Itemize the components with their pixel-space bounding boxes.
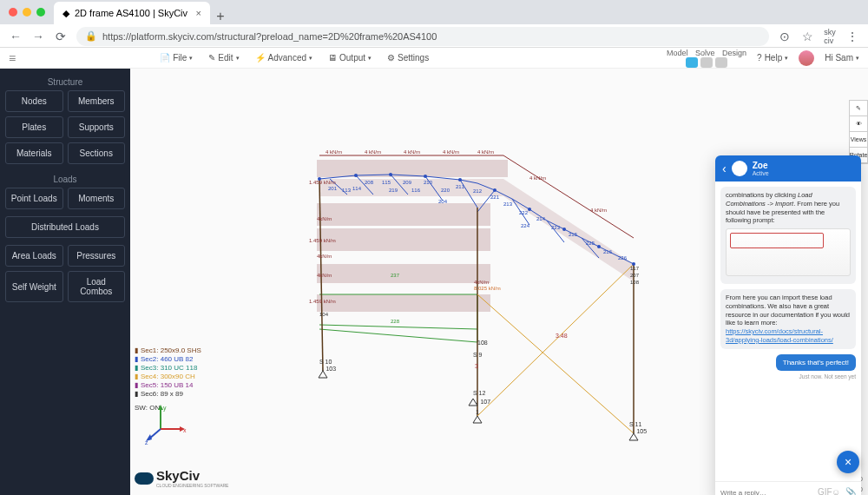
address-bar-row: ← → ⟳ 🔒 https://platform.skyciv.com/stru…: [0, 24, 868, 48]
favicon: ◆: [62, 8, 69, 19]
svg-point-30: [597, 245, 601, 248]
hamburger-icon[interactable]: ≡: [9, 51, 16, 65]
svg-text:4 kN/m: 4 kN/m: [590, 208, 607, 213]
search-icon[interactable]: ⊙: [778, 30, 792, 43]
browser-tab[interactable]: ◆ 2D frame AS4100 | SkyCiv ×: [54, 2, 210, 24]
svg-text:210: 210: [424, 180, 433, 185]
svg-point-26: [458, 178, 462, 182]
new-tab-button[interactable]: +: [210, 9, 231, 24]
svg-text:3.48: 3.48: [556, 333, 568, 339]
agent-message: From here you can import these load comb…: [720, 289, 856, 349]
user-message: Thanks that's perfect!: [776, 354, 856, 371]
svg-marker-34: [629, 433, 638, 440]
attach-icon[interactable]: 📎: [845, 487, 856, 495]
maximize-window-icon[interactable]: [36, 8, 45, 16]
chat-body[interactable]: combinations by clicking Load Combinatio…: [715, 182, 861, 481]
menu-icon[interactable]: ⋮: [845, 30, 859, 43]
tab-title: 2D frame AS4100 | SkyCiv: [75, 8, 187, 18]
svg-text:219: 219: [389, 188, 398, 193]
svg-text:108: 108: [477, 340, 488, 346]
svg-text:201: 201: [328, 186, 338, 191]
svg-text:115: 115: [382, 180, 391, 185]
views-button[interactable]: Views: [850, 132, 867, 148]
user-avatar[interactable]: [799, 50, 814, 66]
emoji-icon[interactable]: ☺: [832, 487, 842, 495]
user-menu[interactable]: Hi Sam ▾: [825, 53, 859, 63]
svg-rect-0: [317, 160, 508, 177]
sections-button[interactable]: Sections: [68, 142, 126, 164]
svg-text:4 kN/m: 4 kN/m: [477, 149, 494, 155]
members-button[interactable]: Members: [68, 90, 126, 112]
svg-text:3: 3: [475, 363, 478, 369]
svg-text:1.459 kN/m: 1.459 kN/m: [309, 238, 336, 243]
load-combos-button[interactable]: Load Combos: [68, 271, 126, 302]
svg-text:4 kN/m: 4 kN/m: [529, 175, 546, 181]
extension-icon[interactable]: skyciv: [823, 30, 837, 43]
svg-text:z: z: [145, 439, 148, 446]
svg-text:214: 214: [536, 216, 546, 221]
svg-point-28: [528, 208, 531, 211]
plates-button[interactable]: Plates: [5, 116, 63, 138]
svg-text:221: 221: [490, 195, 500, 200]
seen-status: Just now. Not seen yet: [720, 373, 856, 380]
eye-tool-icon[interactable]: 👁: [850, 116, 867, 132]
gif-icon[interactable]: GIF: [818, 487, 828, 495]
svg-rect-1: [317, 203, 490, 226]
chat-input[interactable]: [720, 489, 814, 496]
chat-close-fab[interactable]: ×: [837, 451, 859, 473]
edit-menu[interactable]: ✎ Edit ▾: [208, 53, 239, 63]
svg-text:207: 207: [630, 273, 640, 278]
point-loads-button[interactable]: Point Loads: [5, 188, 63, 209]
skyciv-logo: SkyCiv CLOUD ENGINEERING SOFTWARE: [135, 468, 228, 488]
svg-text:212: 212: [473, 188, 483, 194]
svg-text:4 kN/m: 4 kN/m: [404, 149, 420, 155]
pencil-tool-icon[interactable]: ✎: [850, 101, 867, 116]
svg-text:113: 113: [342, 188, 352, 193]
output-menu[interactable]: 🖥 Output ▾: [328, 53, 372, 63]
chat-back-icon[interactable]: ‹: [722, 162, 727, 175]
svg-point-24: [389, 173, 392, 176]
loads-heading: Loads: [5, 171, 125, 188]
chat-widget: ‹ Zoe Active combinations by clicking Lo…: [715, 155, 861, 495]
doc-link[interactable]: https://skyciv.com/docs/structural-3d/ap…: [726, 327, 833, 344]
svg-text:237: 237: [391, 273, 400, 278]
svg-text:S 12: S 12: [473, 390, 486, 396]
svg-point-23: [354, 174, 358, 177]
svg-text:4kN/m: 4kN/m: [317, 273, 332, 278]
self-weight-button[interactable]: Self Weight: [5, 271, 63, 302]
nodes-button[interactable]: Nodes: [5, 90, 63, 112]
moments-button[interactable]: Moments: [68, 188, 126, 209]
svg-text:4 kN/m: 4 kN/m: [365, 149, 381, 155]
svg-text:216: 216: [603, 249, 613, 254]
supports-button[interactable]: Supports: [68, 116, 126, 138]
pressures-button[interactable]: Pressures: [68, 245, 126, 267]
area-loads-button[interactable]: Area Loads: [5, 245, 63, 267]
agent-message: combinations by clicking Load Combinatio…: [720, 187, 856, 284]
dist-loads-button[interactable]: Distributed Loads: [5, 216, 125, 238]
svg-text:104: 104: [319, 312, 329, 317]
svg-rect-3: [317, 264, 490, 283]
svg-text:S 10: S 10: [319, 359, 332, 365]
star-icon[interactable]: ☆: [800, 30, 814, 43]
mode-tabs[interactable]: Model Solve Design: [667, 49, 746, 68]
svg-text:220: 220: [441, 188, 450, 193]
url-bar[interactable]: 🔒 https://platform.skyciv.com/structural…: [76, 27, 769, 46]
settings-menu[interactable]: ⚙ Settings: [387, 53, 429, 63]
forward-button[interactable]: →: [31, 30, 45, 43]
app-toolbar: ≡ 📄 File ▾ ✎ Edit ▾ ⚡ Advanced ▾ 🖥 Outpu…: [0, 48, 868, 69]
url-text: https://platform.skyciv.com/structural?p…: [102, 31, 437, 42]
svg-rect-4: [317, 294, 490, 312]
materials-button[interactable]: Materials: [5, 142, 63, 164]
file-menu[interactable]: 📄 File ▾: [160, 53, 193, 63]
reload-button[interactable]: ⟳: [54, 30, 68, 43]
back-button[interactable]: ←: [9, 30, 23, 43]
advanced-menu[interactable]: ⚡ Advanced ▾: [255, 53, 312, 63]
svg-text:4kN/m: 4kN/m: [317, 254, 332, 259]
help-menu[interactable]: ? Help ▾: [757, 53, 788, 63]
svg-text:223: 223: [551, 225, 561, 230]
close-tab-icon[interactable]: ×: [196, 8, 201, 18]
close-window-icon[interactable]: [9, 8, 17, 16]
minimize-window-icon[interactable]: [23, 8, 31, 16]
window-controls: [0, 0, 54, 24]
right-toolbar: ✎ 👁 Views Rotate: [849, 100, 868, 164]
